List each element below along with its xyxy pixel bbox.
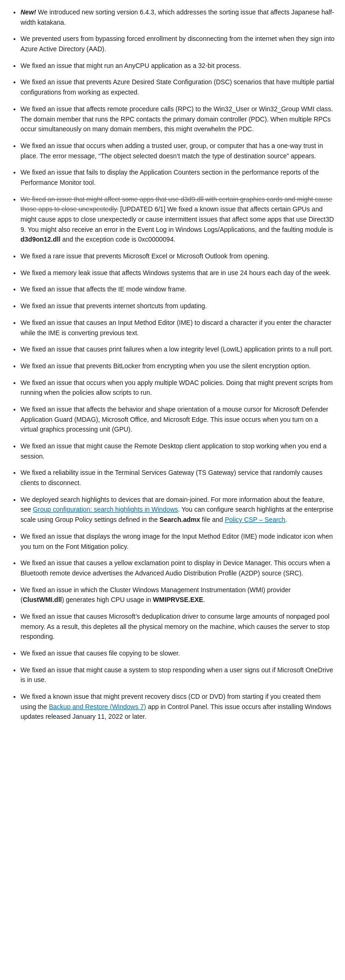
list-item: We fixed an issue that prevents Azure De…	[21, 77, 336, 97]
list-item: We fixed an issue that might cause a sys…	[21, 665, 336, 685]
list-item: We fixed an issue that prevents internet…	[21, 301, 336, 311]
list-item: We fixed an issue that causes a yellow e…	[21, 558, 336, 578]
list-item: We fixed a rare issue that prevents Micr…	[21, 251, 336, 262]
inline-link[interactable]: Policy CSP – Search	[225, 516, 285, 523]
list-item: We fixed an issue that might run an AnyC…	[21, 61, 336, 71]
list-item: We fixed an issue that prevents BitLocke…	[21, 361, 336, 372]
strikethrough-text: We fixed an issue that might affect some…	[21, 196, 332, 213]
list-item: We fixed an issue that causes file copyi…	[21, 649, 336, 659]
fixes-list: New! We introduced new sorting version 6…	[9, 7, 336, 722]
list-item: We prevented users from bypassing forced…	[21, 34, 336, 54]
list-item: We fixed an issue that might cause the R…	[21, 441, 336, 461]
list-item: We fixed an issue that occurs when addin…	[21, 141, 336, 161]
list-item: We fixed an issue that causes an Input M…	[21, 318, 336, 338]
list-item: New! We introduced new sorting version 6…	[21, 7, 336, 27]
list-item: We fixed an issue that causes print fail…	[21, 345, 336, 355]
list-item: We fixed an issue in which the Cluster W…	[21, 585, 336, 605]
list-item: We fixed an issue that might affect some…	[21, 195, 336, 245]
list-item: We fixed a reliability issue in the Term…	[21, 468, 336, 488]
list-item: We fixed an issue that affects the behav…	[21, 405, 336, 435]
list-item: We deployed search highlights to devices…	[21, 495, 336, 525]
list-item: We fixed an issue that affects remote pr…	[21, 104, 336, 135]
list-item: We fixed a known issue that might preven…	[21, 692, 336, 722]
inline-link[interactable]: Backup and Restore (Windows 7)	[49, 703, 146, 710]
inline-link[interactable]: Group configuration: search highlights i…	[33, 506, 178, 513]
list-item: We fixed an issue that displays the wron…	[21, 532, 336, 552]
list-item: We fixed an issue that fails to display …	[21, 168, 336, 188]
list-item: We fixed an issue that causes Microsoft’…	[21, 612, 336, 642]
list-item: We fixed a memory leak issue that affect…	[21, 268, 336, 278]
list-item: We fixed an issue that affects the IE mo…	[21, 284, 336, 295]
list-item: We fixed an issue that occurs when you a…	[21, 378, 336, 398]
